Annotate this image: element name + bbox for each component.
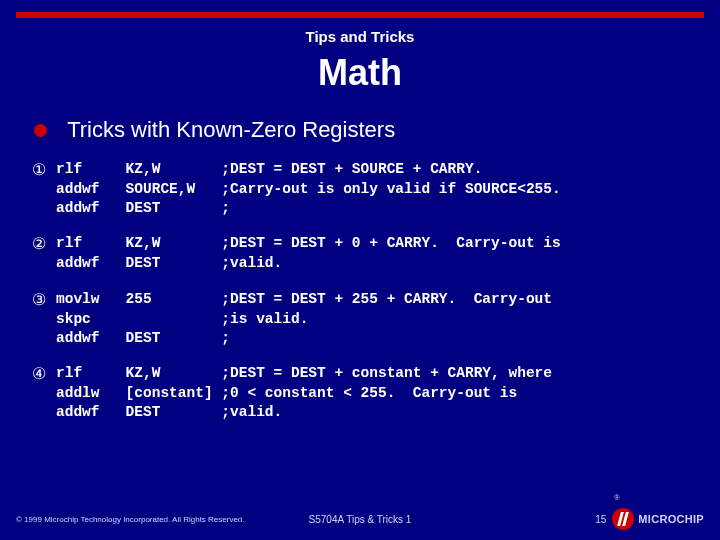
footer: © 1999 Microchip Technology Incorporated… xyxy=(16,508,704,530)
code-block-3: movlw 255 ;DEST = DEST + 255 + CARRY. Ca… xyxy=(56,290,552,349)
lead-text: Tricks with Known-Zero Registers xyxy=(67,117,395,142)
bullet-dot-icon xyxy=(34,124,47,137)
footer-center-text: S5704A Tips & Tricks 1 xyxy=(16,514,704,525)
code-block-1: rlf KZ,W ;DEST = DEST + SOURCE + CARRY. … xyxy=(56,160,561,219)
item-marker-3: ③ xyxy=(32,290,46,309)
title-divider xyxy=(16,12,704,18)
item-marker-2: ② xyxy=(32,234,46,253)
registered-mark: ® xyxy=(614,494,619,501)
lead-bullet: Tricks with Known-Zero Registers xyxy=(34,116,395,143)
microchip-logo-icon: ® xyxy=(612,508,634,530)
slide-title: Math xyxy=(0,52,720,94)
item-marker-4: ④ xyxy=(32,364,46,383)
item-marker-1: ① xyxy=(32,160,46,179)
code-block-4: rlf KZ,W ;DEST = DEST + constant + CARRY… xyxy=(56,364,552,423)
slide-section-title: Tips and Tricks xyxy=(0,28,720,45)
code-block-2: rlf KZ,W ;DEST = DEST + 0 + CARRY. Carry… xyxy=(56,234,561,273)
